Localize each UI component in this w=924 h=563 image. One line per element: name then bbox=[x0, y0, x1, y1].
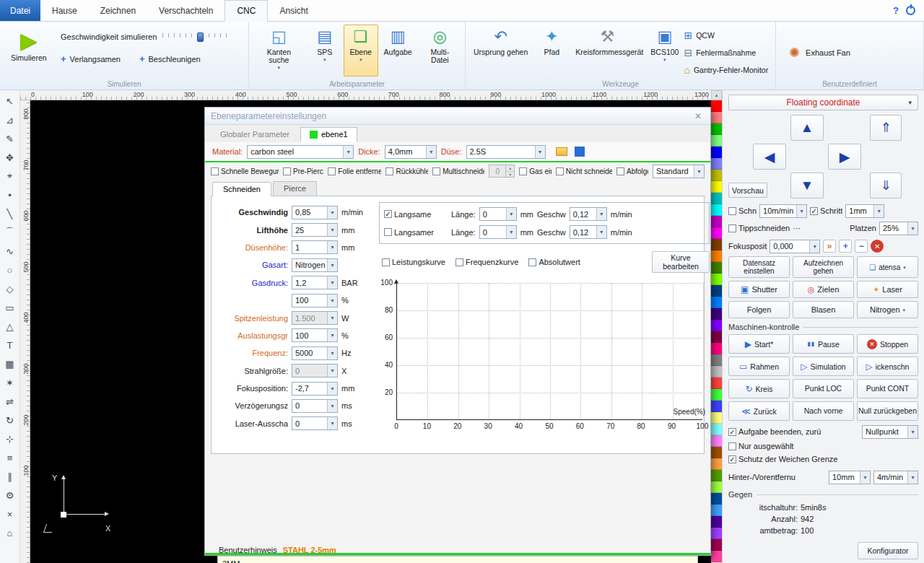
schutz-grenze-checkbox[interactable]: Schutz der Weichen Grenze bbox=[728, 455, 918, 463]
ribbon-tool-button[interactable]: ▣ BCS100 bbox=[645, 25, 684, 77]
rotate-icon[interactable]: ↻ bbox=[1, 411, 19, 429]
ribbon-small-tool-button[interactable]: ⊞ QCW bbox=[684, 27, 768, 43]
ribbon-item-button[interactable]: ◎ Multi-Datei bbox=[418, 25, 462, 77]
layer-color-swatch[interactable] bbox=[711, 551, 722, 562]
abfolge-combo[interactable]: Standard bbox=[653, 165, 705, 178]
edit-curve-button[interactable]: Kurve bearbeiten bbox=[652, 251, 710, 273]
nitrogen-dropdown-button[interactable]: Nitrogen bbox=[857, 301, 918, 318]
option-checkbox[interactable]: Rückkühler bbox=[385, 167, 428, 175]
jog-left-button[interactable]: ◀ bbox=[753, 144, 786, 170]
pause-button[interactable]: ▮▮Pause bbox=[793, 334, 854, 354]
layer-color-swatch[interactable] bbox=[711, 470, 722, 481]
aufzeichnen-button[interactable]: Aufzeichnen gehen bbox=[793, 256, 854, 278]
tab-pierce[interactable]: Pierce bbox=[273, 181, 317, 196]
layer-color-swatch[interactable] bbox=[711, 100, 722, 112]
menu-tab[interactable]: Verschachteln bbox=[147, 0, 225, 21]
aufgabe-beenden-checkbox[interactable]: Aufgabe beenden, zurü bbox=[728, 427, 859, 436]
slow-speed-combo[interactable]: 0,12 bbox=[570, 207, 607, 221]
zielen-button[interactable]: ◎Zielen bbox=[793, 281, 854, 298]
option-checkbox[interactable]: Gas ein bbox=[519, 167, 552, 175]
draw-rect-icon[interactable]: ▭ bbox=[1, 298, 19, 317]
layer-color-swatch[interactable] bbox=[711, 505, 722, 516]
tippschneiden-more-button[interactable]: ··· bbox=[793, 224, 801, 232]
konfigurator-button[interactable]: Konfigurator bbox=[858, 542, 918, 559]
step-size-combo[interactable]: 1mm bbox=[845, 204, 884, 218]
draw-point-icon[interactable]: • bbox=[1, 186, 19, 204]
simulate-button[interactable]: ▶ Simulieren bbox=[6, 26, 52, 78]
parameter-value-combo[interactable]: -2,7 bbox=[292, 382, 338, 396]
stop-button[interactable]: ✕Stoppen bbox=[857, 334, 918, 354]
tab-ebene1[interactable]: ebene1 bbox=[300, 127, 357, 142]
layer-color-swatch[interactable] bbox=[711, 516, 722, 528]
snap-icon[interactable]: ⊹ bbox=[1, 429, 19, 448]
layer-color-swatch[interactable] bbox=[711, 227, 722, 239]
save-icon[interactable] bbox=[575, 147, 585, 157]
tab-schneiden[interactable]: Schneiden bbox=[212, 182, 271, 196]
laser-button[interactable]: ✦Laser bbox=[857, 281, 918, 298]
hint-textarea[interactable]: 3MM NOZZLE 2.5S Pressure 2.0 bbox=[217, 556, 698, 563]
layer-color-swatch[interactable] bbox=[711, 112, 722, 123]
option-checkbox[interactable]: Pre-Pierce bbox=[283, 167, 323, 175]
shutter-button[interactable]: ▣Shutter bbox=[728, 281, 790, 298]
curve-option-checkbox[interactable]: Leistungskurve bbox=[382, 258, 445, 266]
parameter-value-combo[interactable]: 5000 bbox=[292, 346, 338, 360]
option-checkbox[interactable]: Multischneider bbox=[432, 167, 484, 175]
slow-start-checkbox[interactable]: Langsame bbox=[384, 210, 448, 219]
ribbon-small-tool-button[interactable]: ⊟ Fehlermaßnahme bbox=[684, 45, 768, 60]
entfernung-speed-combo[interactable]: 4m/min bbox=[873, 471, 918, 484]
layer-color-swatch[interactable] bbox=[711, 262, 722, 274]
fokus-combo[interactable]: 0,000 bbox=[770, 240, 820, 253]
option-checkbox[interactable]: Folie entfernen bbox=[328, 167, 381, 175]
menu-tab[interactable]: CNC bbox=[225, 0, 268, 22]
parameter-value-combo[interactable]: 0 bbox=[292, 399, 338, 413]
schritt-checkbox[interactable]: Schritt bbox=[810, 206, 842, 215]
null-zurueckgeben-button[interactable]: Null zurückgeben bbox=[857, 401, 918, 421]
jog-speed-combo[interactable]: 10m/min bbox=[759, 204, 807, 218]
fokus-plus-icon[interactable]: + bbox=[839, 240, 852, 253]
layer-color-swatch[interactable] bbox=[711, 481, 722, 493]
layer-color-swatch[interactable] bbox=[711, 204, 722, 216]
mirror-icon[interactable]: ⇌ bbox=[1, 392, 19, 411]
ribbon-item-button[interactable]: ▥ Aufgabe bbox=[380, 25, 417, 77]
draw-curve-icon[interactable]: ∿ bbox=[1, 242, 19, 261]
align-icon[interactable]: ≡ bbox=[1, 448, 19, 467]
star-icon[interactable]: ✶ bbox=[1, 373, 19, 392]
start-button[interactable]: ▶Start* bbox=[728, 334, 790, 354]
dialog-titlebar[interactable]: Ebeneparametereinstellungen ✕ bbox=[205, 108, 710, 125]
open-folder-icon[interactable] bbox=[556, 147, 567, 156]
ribbon-item-button[interactable]: ◱ Kanten suche bbox=[252, 25, 306, 77]
jog-right-button[interactable]: ▶ bbox=[828, 144, 861, 170]
parameter-value-combo[interactable]: 0 bbox=[292, 364, 338, 377]
kreis-button[interactable]: ↻Kreis bbox=[728, 379, 790, 398]
power-icon[interactable] bbox=[906, 6, 915, 15]
layer-color-swatch[interactable] bbox=[711, 250, 722, 262]
nach-vorne-button[interactable]: Nach vorne bbox=[793, 401, 854, 421]
blasen-button[interactable]: Blasen bbox=[793, 301, 854, 318]
multicut-spinner[interactable]: 0 bbox=[489, 165, 515, 178]
layer-color-swatch[interactable] bbox=[711, 447, 722, 458]
layer-color-swatch[interactable] bbox=[711, 181, 722, 193]
layer-color-swatch[interactable] bbox=[711, 239, 722, 250]
layer-color-swatch[interactable] bbox=[711, 123, 722, 135]
layer-color-swatch[interactable] bbox=[711, 147, 722, 158]
datensatz-button[interactable]: Datensatz einstellen bbox=[728, 256, 790, 278]
ribbon-tool-button[interactable]: ⚒ Kreisformmessgerät bbox=[570, 25, 644, 77]
fokus-go-icon[interactable]: » bbox=[823, 240, 836, 253]
layer-color-swatch[interactable] bbox=[711, 528, 722, 539]
menu-tab[interactable]: Zeichnen bbox=[89, 0, 147, 21]
zurueck-button[interactable]: ≪Zurück bbox=[728, 401, 790, 421]
nozzle-down-button[interactable]: ⇓ bbox=[870, 173, 902, 198]
nozzle-up-button[interactable]: ⇑ bbox=[870, 115, 902, 141]
file-menu-button[interactable]: Datei bbox=[0, 0, 40, 21]
option-checkbox[interactable]: Abfolge bbox=[616, 167, 648, 175]
dicke-combo[interactable]: 4,0mm bbox=[385, 145, 437, 159]
draw-polygon-icon[interactable]: ◇ bbox=[1, 279, 19, 298]
atensa-dropdown-button[interactable]: ❏ atensa bbox=[857, 256, 918, 278]
folgen-button[interactable]: Folgen bbox=[728, 301, 790, 318]
duese-combo[interactable]: 2.5S bbox=[466, 145, 546, 159]
parameter-value-combo[interactable]: 0 bbox=[292, 416, 338, 430]
parameter-value-combo[interactable]: 1.500 bbox=[292, 311, 338, 325]
layer-color-swatch[interactable] bbox=[711, 458, 722, 470]
draw-arc-icon[interactable]: ⌒ bbox=[1, 223, 19, 242]
draw-triangle-icon[interactable]: △ bbox=[1, 317, 19, 336]
